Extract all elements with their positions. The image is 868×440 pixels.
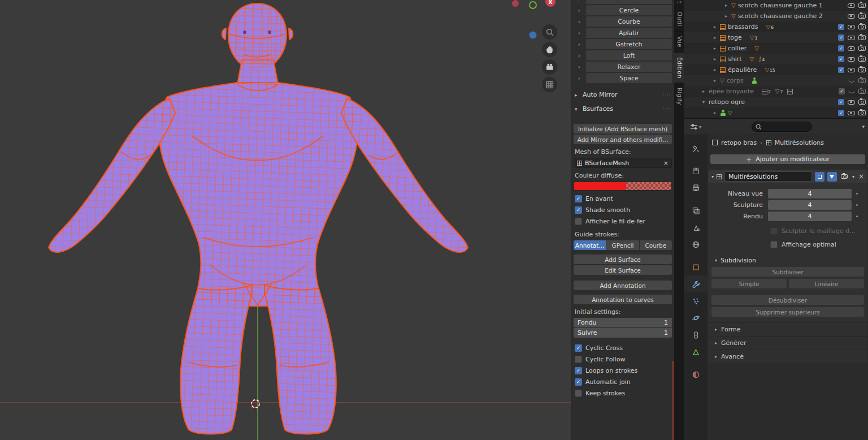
panel-header-bsurfaces[interactable]: ▾ Bsurfaces ∷∷ <box>574 104 672 114</box>
pan-tool-button[interactable] <box>542 42 557 57</box>
camera-icon[interactable] <box>858 24 866 29</box>
subdivide-button[interactable]: Subdiviser <box>711 267 864 277</box>
rendu-field[interactable]: 4 <box>768 212 852 221</box>
outliner-row[interactable]: ▸ ▽ scotch chaussure gauche 1 <box>684 0 868 11</box>
checkbox-checked[interactable]: ✓ <box>575 344 582 352</box>
disclosure-triangle-icon[interactable]: ▸ <box>723 14 729 19</box>
guide-annotation-button[interactable]: Annotat... <box>574 240 606 250</box>
outliner-row[interactable]: ▸ ▽ ✓ <box>684 107 868 118</box>
animate-dot[interactable] <box>856 193 858 195</box>
3d-cursor[interactable] <box>249 397 262 411</box>
add-surface-button[interactable]: Add Surface <box>574 254 672 264</box>
outliner[interactable]: ▸ ▽ scotch chaussure gauche 1 ▸ ▽ scotch… <box>684 0 868 119</box>
panel-header-auto-mirror[interactable]: ▸ Auto Mirror ∷∷ <box>574 90 672 100</box>
exclude-checkbox[interactable]: ✓ <box>838 56 844 62</box>
tool-list-item-courbe[interactable]: Courbe <box>586 16 672 27</box>
keep-strokes-row[interactable]: ✓ Keep strokes <box>574 387 672 399</box>
outliner-row[interactable]: ▸ collier ▽ ✓ <box>684 43 868 54</box>
tab-world[interactable] <box>684 236 708 253</box>
disclosure-triangle-expanded-icon[interactable]: ▾ <box>701 100 706 105</box>
search-input[interactable] <box>752 122 812 132</box>
outliner-row[interactable]: ▾ retopo ogre ✓ <box>684 97 868 107</box>
sidebar-tab-outil[interactable]: Outil <box>674 7 684 32</box>
tab-scene[interactable] <box>684 219 708 236</box>
cyclic-follow-row[interactable]: ✓ Cyclic Follow <box>574 353 672 365</box>
delete-higher-button[interactable]: Supprimer supérieurs <box>711 307 864 317</box>
eye-icon[interactable] <box>848 36 855 40</box>
afficher-fil-de-fer-row[interactable]: ✓ Afficher le fil-de-fer <box>574 215 672 227</box>
checkbox-checked[interactable]: ✓ <box>575 367 582 374</box>
sidebar-tab-cropped[interactable]: t <box>674 0 684 7</box>
display-realtime-toggle[interactable] <box>827 172 837 182</box>
extras-dropdown-icon[interactable]: ▾ <box>852 174 854 179</box>
checkbox-checked[interactable]: ✓ <box>575 195 582 202</box>
outliner-row[interactable]: ▸ ▽ scotch chaussure gauche 2 <box>684 11 868 21</box>
guide-gpencil-button[interactable]: GPencil <box>606 240 639 250</box>
add-modifier-button[interactable]: + Ajouter un modificateur <box>710 154 865 164</box>
tab-render[interactable] <box>684 162 708 179</box>
outliner-row[interactable]: ▸ shirt ▽ ∫4 ✓ <box>684 54 868 64</box>
edit-surface-button[interactable]: Edit Surface <box>574 265 672 275</box>
eye-icon[interactable] <box>848 57 855 62</box>
disclosure-triangle-icon[interactable]: ▸ <box>712 78 718 83</box>
clear-icon[interactable]: × <box>663 159 669 167</box>
camera-icon[interactable] <box>858 89 866 94</box>
expanded-chevron-icon[interactable]: ▾ <box>711 174 714 179</box>
camera-icon[interactable] <box>858 57 866 62</box>
disclosure-triangle-icon[interactable]: ▸ <box>712 35 718 40</box>
eye-closed-icon[interactable] <box>848 79 855 83</box>
3d-viewport[interactable]: X <box>0 0 571 440</box>
eye-closed-icon[interactable] <box>848 90 855 93</box>
cyclic-cross-row[interactable]: ✓ Cyclic Cross <box>574 342 672 353</box>
filter-dropdown-icon[interactable]: ▾ <box>862 124 865 130</box>
camera-icon[interactable] <box>858 14 866 19</box>
exclude-checkbox[interactable]: ✓ <box>838 45 844 51</box>
eye-icon[interactable] <box>848 25 855 29</box>
tab-material[interactable] <box>684 366 708 383</box>
tool-list-item-cercle[interactable]: Cercle <box>586 5 672 15</box>
zoom-tool-button[interactable] <box>542 24 557 40</box>
checkbox-unchecked[interactable]: ✓ <box>770 241 778 248</box>
toggle-grid-button[interactable] <box>542 77 557 92</box>
initialize-bsurface-button[interactable]: Initialize (Add BSurface mesh) <box>574 124 672 133</box>
camera-icon[interactable] <box>858 78 866 83</box>
add-annotation-button[interactable]: Add Annotation <box>574 281 672 290</box>
fondu-number-field[interactable]: Fondu 1 <box>574 318 672 327</box>
disclosure-triangle-icon[interactable]: ▸ <box>701 89 706 94</box>
bsurface-mesh-dropdown[interactable]: BSurfaceMesh × <box>574 158 672 168</box>
tool-list-item-aplatir[interactable]: Aplatir <box>586 28 672 38</box>
camera-icon[interactable] <box>858 46 866 51</box>
tab-constraints[interactable] <box>684 326 708 343</box>
sidebar-tab-edition[interactable]: Édition <box>674 53 684 83</box>
en-avant-row[interactable]: ✓ En avant <box>574 193 672 204</box>
animate-dot[interactable] <box>856 204 858 206</box>
outliner-row[interactable]: ▸ ▽ corps <box>684 75 868 86</box>
outliner-row[interactable]: ▸ épaulière ▽15 ✓ <box>684 64 868 75</box>
disclosure-triangle-icon[interactable]: ▸ <box>712 67 718 72</box>
subpanel-forme[interactable]: ▸ Forme <box>708 322 867 336</box>
ogre-retopo-mesh[interactable] <box>0 0 571 440</box>
camera-icon[interactable] <box>858 35 866 40</box>
eye-icon[interactable] <box>848 100 855 105</box>
outliner-row[interactable]: ▸ épée broyante 2 ▽7 ✓ <box>684 86 868 97</box>
tab-view-layer[interactable] <box>684 202 708 219</box>
checkbox-checked[interactable]: ✓ <box>575 206 582 214</box>
display-in-editmode-toggle[interactable] <box>815 172 824 182</box>
breadcrumb-object[interactable]: retopo bras <box>721 139 757 146</box>
checkbox-unchecked[interactable]: ✓ <box>575 390 582 397</box>
checkbox-unchecked[interactable]: ✓ <box>575 218 582 225</box>
exclude-checkbox[interactable]: ✓ <box>838 34 844 41</box>
tab-particles[interactable] <box>684 292 708 309</box>
breadcrumb-modifier[interactable]: Multirésolutions <box>775 139 824 146</box>
disclosure-triangle-icon[interactable]: ▸ <box>712 46 718 51</box>
checkbox-unchecked[interactable]: ✓ <box>770 227 778 235</box>
subdivide-simple-button[interactable]: Simple <box>711 279 787 288</box>
subdivide-linear-button[interactable]: Linéaire <box>789 279 864 288</box>
checkbox-unchecked[interactable]: ✓ <box>575 356 582 363</box>
tab-object[interactable] <box>684 258 708 275</box>
exclude-checkbox[interactable]: ✓ <box>838 24 844 30</box>
sculpture-field[interactable]: 4 <box>768 200 852 210</box>
exclude-checkbox[interactable]: ✓ <box>839 88 845 94</box>
camera-icon[interactable] <box>858 100 866 105</box>
tool-list-item-space[interactable]: Space <box>586 73 672 83</box>
